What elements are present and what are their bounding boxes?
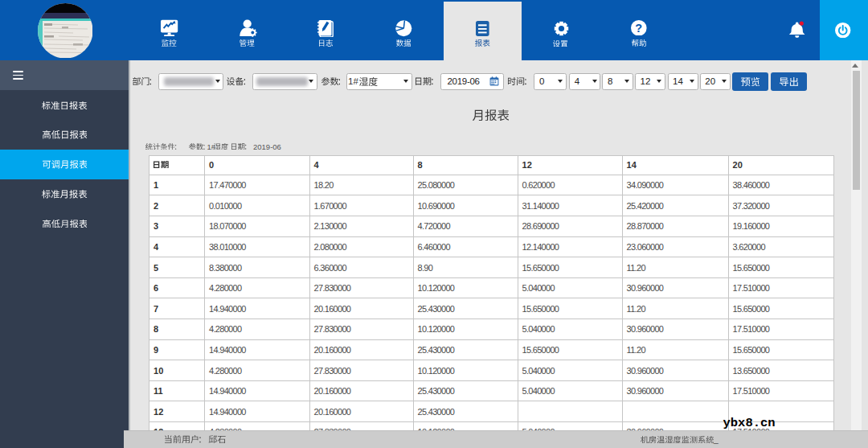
svg-text:?: ? [636,22,643,35]
